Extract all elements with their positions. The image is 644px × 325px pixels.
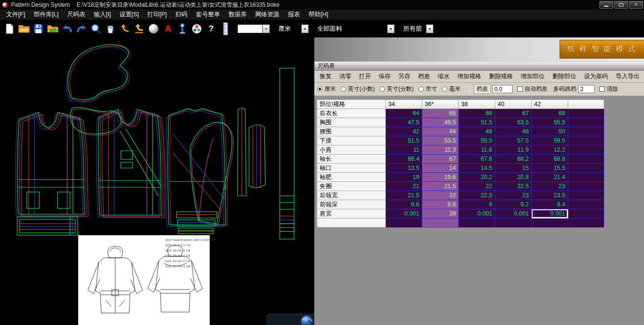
value-cell[interactable]: 53.5 <box>422 136 459 145</box>
menu-item-帮助[H][interactable]: 帮助[H] <box>304 10 333 20</box>
value-cell[interactable]: 48 <box>495 127 532 136</box>
value-cell[interactable]: 14.5 <box>459 164 495 173</box>
size-table-button-另存[interactable]: 另存 <box>394 72 414 82</box>
size-table-button-缩水[interactable]: 缩水 <box>434 72 453 82</box>
save-icon[interactable] <box>31 22 46 36</box>
size-table-button-打开[interactable]: 打开 <box>355 72 375 82</box>
value-cell[interactable]: 66 <box>459 109 495 118</box>
table-corner-header[interactable]: 部位\规格 <box>317 100 386 109</box>
value-cell[interactable]: 8.8 <box>422 200 459 209</box>
value-cell[interactable]: 42 <box>386 127 422 136</box>
zoom-icon[interactable] <box>89 22 103 36</box>
row-label-袖长[interactable]: 袖长 <box>317 155 386 164</box>
size-table-button-导入导出[interactable]: 导入导出 <box>612 72 644 82</box>
smart-pattern-mode-button[interactable]: 纸 样 智 能 模 式 <box>560 40 644 59</box>
size-table-button-档差[interactable]: 档差 <box>414 72 434 82</box>
menu-item-归码[interactable]: 归码 <box>171 10 192 20</box>
value-cell[interactable]: 68.2 <box>495 155 532 164</box>
size-table-button-恢复[interactable]: 恢复 <box>316 72 335 82</box>
value-cell[interactable]: 46 <box>459 127 495 136</box>
unit-combo[interactable]: 厘米 ▼ <box>276 24 309 33</box>
size-column-header-36*[interactable]: 36* <box>422 100 459 109</box>
value-cell[interactable]: 50 <box>532 127 568 136</box>
clear-checkbox[interactable] <box>599 86 605 92</box>
value-cell[interactable]: 13.5 <box>386 164 422 173</box>
ruler-icon[interactable] <box>218 22 233 36</box>
menu-item-报表[interactable]: 报表 <box>284 10 304 20</box>
grade-diff-input[interactable] <box>492 85 513 93</box>
menu-item-设置[S][interactable]: 设置[S] <box>115 10 143 20</box>
color-wheel-icon[interactable] <box>190 22 204 36</box>
size-table-button-增加部位[interactable]: 增加部位 <box>517 72 549 82</box>
size-table-button-清零[interactable]: 清零 <box>335 72 355 82</box>
value-cell[interactable]: 0.001 <box>386 209 422 218</box>
value-cell[interactable]: 9.4 <box>532 200 568 209</box>
row-label-后领宽[interactable]: 后领宽 <box>317 191 386 200</box>
size-column-header-42[interactable]: 42 <box>532 100 568 109</box>
value-cell[interactable]: 11.3 <box>422 145 459 155</box>
value-cell[interactable]: 22 <box>422 191 459 200</box>
value-cell[interactable]: 68 <box>532 109 568 118</box>
value-cell[interactable]: 0.001 <box>532 209 568 218</box>
undo-icon[interactable] <box>60 22 74 36</box>
row-label-袖肥[interactable]: 袖肥 <box>317 173 386 182</box>
help-icon[interactable]: ? <box>204 22 218 36</box>
menu-item-数据库[interactable]: 数据库 <box>225 10 251 20</box>
value-cell[interactable]: 68.8 <box>532 155 568 164</box>
size-table-button-删除部位[interactable]: 删除部位 <box>549 72 580 82</box>
row-label-袖口[interactable]: 袖口 <box>317 164 386 173</box>
menu-item-打印[P][interactable]: 打印[P] <box>143 10 171 20</box>
line-type-combo[interactable]: ▼ <box>233 24 270 33</box>
maximize-button[interactable] <box>614 1 628 9</box>
row-label-腰围[interactable]: 腰围 <box>317 127 386 136</box>
value-cell[interactable]: 12.2 <box>532 145 568 155</box>
value-cell[interactable]: 66.4 <box>386 155 422 164</box>
new-document-icon[interactable] <box>2 22 17 36</box>
unit-radio-毫米[interactable]: 毫米 <box>442 85 461 93</box>
row-label-小肩[interactable]: 小肩 <box>317 145 386 155</box>
value-cell[interactable]: 22 <box>459 182 495 191</box>
value-cell[interactable]: 55.5 <box>459 136 495 145</box>
value-cell[interactable]: 65 <box>422 109 459 118</box>
text-tool-icon[interactable]: A <box>161 22 175 36</box>
menu-item-文件[F][interactable]: 文件[F] <box>2 10 30 20</box>
value-cell[interactable]: 21.5 <box>422 182 459 191</box>
size-table-button-增加规格[interactable]: 增加规格 <box>453 72 485 82</box>
fabric-combo[interactable]: 全部面料 ▼ <box>315 24 394 33</box>
row-label-下摆[interactable]: 下摆 <box>317 136 386 145</box>
pattern-canvas[interactable]: KEEP WARM WEAR (ANTI-STATIC) SIZE 34=64.… <box>0 37 314 325</box>
size-table-button-删除规格[interactable]: 删除规格 <box>485 72 517 82</box>
value-cell[interactable]: 51.5 <box>386 136 422 145</box>
value-cell[interactable]: 22.5 <box>495 182 532 191</box>
size-table-button-保存[interactable]: 保存 <box>375 72 394 82</box>
value-cell[interactable]: 19.6 <box>422 173 459 182</box>
value-cell[interactable]: 23.5 <box>532 191 568 200</box>
value-cell[interactable]: 23 <box>532 182 568 191</box>
value-cell[interactable]: 53.5 <box>495 118 532 127</box>
value-cell[interactable]: 21.5 <box>386 191 422 200</box>
value-cell[interactable]: 67 <box>422 155 459 164</box>
menu-item-套号整单[interactable]: 套号整单 <box>192 10 225 20</box>
row-label-肩宽[interactable]: 肩宽 <box>317 209 386 218</box>
value-cell[interactable]: 0.001 <box>459 209 495 218</box>
menu-item-尺码表[interactable]: 尺码表 <box>63 10 90 20</box>
value-cell[interactable]: 9 <box>459 200 495 209</box>
value-cell[interactable]: 14 <box>422 164 459 173</box>
row-label-后衣长[interactable]: 后衣长 <box>317 109 386 118</box>
value-cell[interactable]: 44 <box>422 127 459 136</box>
value-cell[interactable]: 9.2 <box>495 200 532 209</box>
sphere-icon[interactable] <box>146 22 161 36</box>
value-cell[interactable]: 19 <box>386 173 422 182</box>
unit-radio-英寸(小数)[interactable]: 英寸(小数) <box>341 85 375 93</box>
value-cell[interactable]: 57.5 <box>495 136 532 145</box>
multi-jump-input[interactable] <box>578 85 595 93</box>
measure-tool-icon[interactable] <box>175 22 190 36</box>
value-cell[interactable]: 51.5 <box>459 118 495 127</box>
value-cell[interactable]: 15.5 <box>532 164 568 173</box>
row-label-胸围[interactable]: 胸围 <box>317 118 386 127</box>
value-cell[interactable]: 23 <box>495 191 532 200</box>
value-cell[interactable]: 39 <box>422 209 459 218</box>
select-arrow-icon[interactable] <box>118 22 132 36</box>
unit-radio-厘米[interactable]: 厘米 <box>317 85 336 93</box>
value-cell[interactable]: 21.4 <box>532 173 568 182</box>
